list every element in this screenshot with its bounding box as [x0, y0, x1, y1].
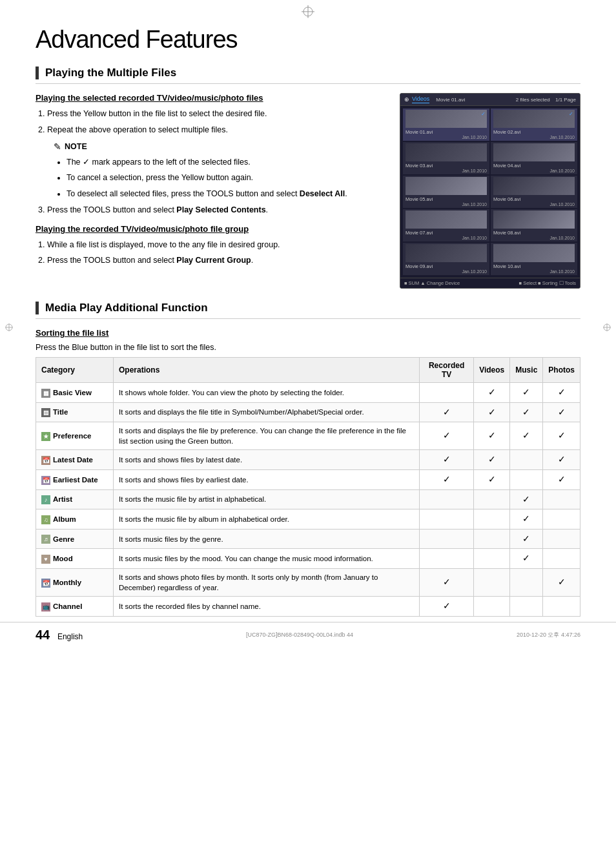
td-photos-7: [543, 529, 580, 549]
td-photos-3: ✓: [543, 450, 580, 470]
step3: Press the TOOLS button and select Play S…: [47, 204, 387, 216]
td-music-2: ✓: [510, 422, 543, 450]
tv-date-8: Jan.10.2010: [493, 236, 575, 240]
table-row: ▤TitleIt sorts and displays the file tit…: [36, 402, 580, 422]
crosshair-left-icon: [5, 324, 13, 331]
td-recorded-4: ✓: [420, 469, 474, 489]
subsection1: Playing the selected recorded TV/video/m…: [36, 93, 387, 216]
td-operations-5: It sorts the music file by artist in alp…: [114, 489, 420, 509]
category-icon-4: 📅: [41, 476, 50, 485]
tv-date-3: Jan.10.2010: [406, 169, 487, 173]
td-music-6: ✓: [510, 509, 543, 529]
td-category-5: ♪Artist: [36, 489, 114, 509]
tv-check-2: ✓: [569, 111, 573, 117]
td-category-1: ▤Title: [36, 402, 114, 422]
td-recorded-6: [420, 509, 474, 529]
td-videos-7: [474, 529, 510, 549]
tv-item-4: Movie 04.avi Jan.10.2010: [491, 142, 577, 174]
page-number: 44: [36, 628, 50, 642]
section1-content: Playing the selected recorded TV/video/m…: [36, 93, 580, 289]
tv-thumb-2: ✓: [493, 110, 575, 128]
td-category-6: ♫Album: [36, 509, 114, 529]
td-videos-9: [474, 568, 510, 596]
tv-name-5: Movie 05.avi: [406, 196, 487, 202]
note-box: ✎ NOTE The ✓ mark appears to the left of…: [47, 140, 387, 200]
td-operations-2: It sorts and displays the file by prefer…: [114, 422, 420, 450]
td-videos-1: ✓: [474, 402, 510, 422]
tv-date-4: Jan.10.2010: [493, 169, 575, 173]
tv-item-7: Movie 07.avi Jan.10.2010: [403, 209, 489, 242]
table-row: 📆MonthlyIt sorts and shows photo files b…: [36, 568, 580, 596]
tv-name-9: Movie 09.avi: [406, 263, 487, 269]
td-category-2: ★Preference: [36, 422, 114, 450]
td-videos-10: [474, 597, 510, 617]
category-icon-5: ♪: [41, 495, 50, 504]
td-recorded-0: [420, 383, 474, 403]
tv-date-6: Jan.10.2010: [493, 202, 575, 207]
table-row: ♥MoodIt sorts music files by the mood. Y…: [36, 549, 580, 569]
subsection2-steps: While a file list is displayed, move to …: [36, 239, 387, 267]
td-music-10: [510, 597, 543, 617]
tv-item-2: ✓ Movie 02.avi Jan.10.2010: [491, 108, 577, 141]
td-operations-8: It sorts music files by the mood. You ca…: [114, 549, 420, 569]
page-title: Advanced Features: [36, 26, 580, 54]
table-row: ♬GenreIt sorts music files by the genre.…: [36, 529, 580, 549]
tv-name-7: Movie 07.avi: [406, 230, 487, 236]
td-recorded-5: [420, 489, 474, 509]
category-icon-8: ♥: [41, 555, 50, 564]
td-recorded-10: ✓: [420, 597, 474, 617]
sort-section: Sorting the file list Press the Blue but…: [36, 328, 580, 617]
section2: Media Play Additional Function Sorting t…: [36, 302, 580, 617]
tv-date-9: Jan.10.2010: [406, 269, 487, 274]
tv-header-left: ⊕ Videos Movie 01.avi: [404, 96, 465, 103]
tv-name-8: Movie 08.avi: [493, 230, 575, 236]
th-category: Category: [36, 358, 114, 383]
td-category-0: ▦Basic View: [36, 383, 114, 403]
tv-tab-videos: Videos: [412, 96, 429, 103]
section1-bar: [36, 67, 39, 79]
section2-bar: [36, 302, 39, 314]
tv-thumb-8: [493, 211, 575, 229]
page-filename: [UC870-ZG]BN68-02849Q-00L04.indb 44: [246, 632, 353, 638]
td-photos-0: ✓: [543, 383, 580, 403]
td-recorded-2: ✓: [420, 422, 474, 450]
td-videos-8: [474, 549, 510, 569]
td-music-8: ✓: [510, 549, 543, 569]
page-footer: 44 English [UC870-ZG]BN68-02849Q-00L04.i…: [0, 622, 616, 642]
sub2-step2: Press the TOOLS button and select Play C…: [47, 254, 387, 267]
table-row: 📅Latest DateIt sorts and shows files by …: [36, 450, 580, 470]
section1-header: Playing the Multiple Files: [36, 67, 580, 84]
td-category-7: ♬Genre: [36, 529, 114, 549]
tv-item-10: Movie 10.avi Jan.10.2010: [491, 243, 577, 275]
tv-name-6: Movie 06.avi: [493, 196, 575, 202]
tv-footer-left: ■ SUM ▲ Change Device: [404, 280, 460, 286]
tv-thumb-4: [493, 143, 575, 161]
tv-name-1: Movie 01.avi: [406, 129, 487, 135]
tv-footer: ■ SUM ▲ Change Device ■ Select ■ Sorting…: [400, 278, 580, 288]
tv-footer-right: ■ Select ■ Sorting ☐ Tools: [519, 280, 576, 286]
page-lang: English: [57, 632, 83, 641]
tv-movie-title: Movie 01.avi: [436, 97, 465, 103]
tv-header: ⊕ Videos Movie 01.avi 2 files selected 1…: [400, 94, 580, 106]
td-music-0: ✓: [510, 383, 543, 403]
tv-check-1: ✓: [481, 111, 486, 117]
tv-item-6: Movie 06.avi Jan.10.2010: [491, 176, 577, 208]
td-operations-1: It sorts and displays the file title in …: [114, 402, 420, 422]
subsection1-steps: Press the Yellow button in the file list…: [36, 108, 387, 216]
table-row: ♫AlbumIt sorts the music file by album i…: [36, 509, 580, 529]
tv-name-2: Movie 02.avi: [493, 129, 575, 135]
td-music-4: [510, 469, 543, 489]
td-operations-7: It sorts music files by the genre.: [114, 529, 420, 549]
td-category-10: 📺Channel: [36, 597, 114, 617]
tv-grid: ✓ Movie 01.avi Jan.10.2010 ✓ Movie 02.av…: [400, 106, 580, 278]
subsection2: Playing the recorded TV/video/music/phot…: [36, 224, 387, 267]
step2: Repeat the above operation to select mul…: [47, 124, 387, 200]
tv-date-7: Jan.10.2010: [406, 236, 487, 240]
td-videos-6: [474, 509, 510, 529]
td-operations-0: It shows whole folder. You can view the …: [114, 383, 420, 403]
td-videos-0: ✓: [474, 383, 510, 403]
td-music-3: [510, 450, 543, 470]
category-icon-3: 📅: [41, 456, 50, 465]
th-recorded-tv: Recorded TV: [420, 358, 474, 383]
td-category-4: 📅Earliest Date: [36, 469, 114, 489]
